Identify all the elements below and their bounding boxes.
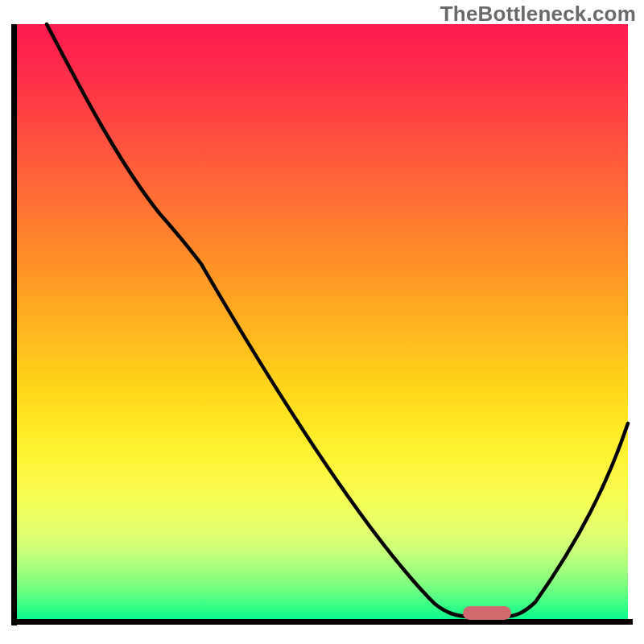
chart-container: TheBottleneck.com <box>0 0 644 644</box>
bottleneck-curve <box>47 24 628 617</box>
x-axis-line <box>11 619 633 625</box>
optimal-marker <box>463 606 511 620</box>
line-curve-svg <box>16 24 628 620</box>
watermark-label: TheBottleneck.com <box>440 2 636 27</box>
